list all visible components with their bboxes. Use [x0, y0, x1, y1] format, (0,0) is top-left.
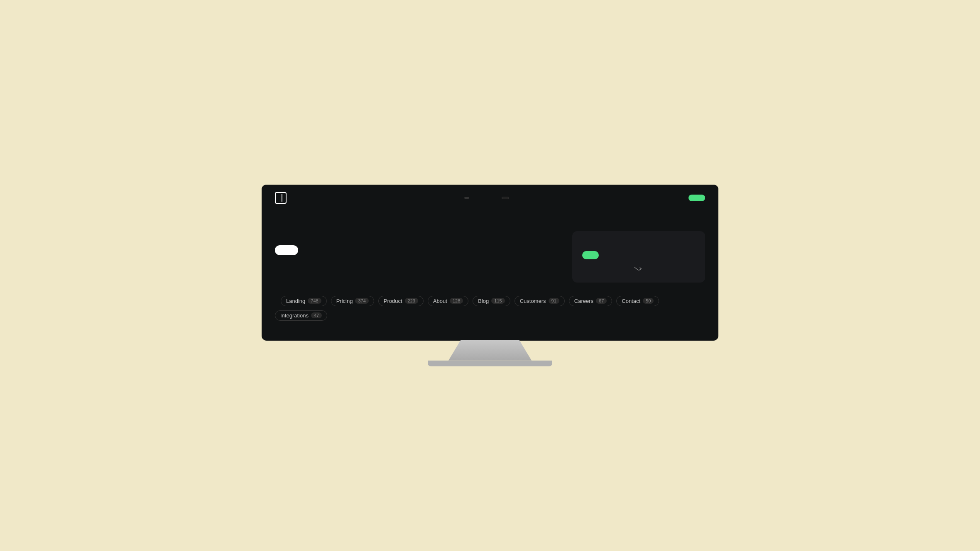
filter-name: About: [433, 298, 447, 304]
filter-chip-customers[interactable]: Customers91: [514, 296, 565, 306]
filter-chip-blog[interactable]: Blog115: [473, 296, 510, 306]
filter-count: 223: [405, 298, 418, 304]
logo-icon: [275, 192, 287, 204]
cards-grid: [262, 321, 718, 341]
nav-right: [680, 195, 705, 201]
filters-plus: [464, 197, 469, 199]
filter-chip-integrations[interactable]: Integrations47: [275, 310, 327, 321]
random-kbd: [502, 197, 509, 199]
filter-name: Product: [384, 298, 402, 304]
monitor-base: [428, 361, 552, 366]
filter-count: 115: [491, 298, 505, 304]
hero-left: [275, 231, 559, 283]
filter-name: Contact: [622, 298, 640, 304]
filter-chip-contact[interactable]: Contact50: [616, 296, 659, 306]
filter-count: 374: [355, 298, 368, 304]
find-expert-button[interactable]: [688, 195, 705, 201]
pages-section: Landing748Pricing374Product223About128Bl…: [262, 283, 718, 321]
filter-name: Pricing: [336, 298, 353, 304]
monitor-screen: Landing748Pricing374Product223About128Bl…: [262, 185, 718, 341]
filter-count: 47: [311, 312, 322, 318]
filter-count: 67: [596, 298, 607, 304]
filter-chip-careers[interactable]: Careers67: [569, 296, 612, 306]
main-content: [262, 211, 718, 283]
filter-count: 50: [643, 298, 654, 304]
side-card: [572, 231, 705, 283]
filter-name: Customers: [520, 298, 546, 304]
filter-name: Landing: [286, 298, 305, 304]
its-free: [582, 266, 695, 273]
filter-count: 748: [308, 298, 321, 304]
nav-random[interactable]: [496, 197, 509, 199]
filter-name: Careers: [574, 298, 593, 304]
filter-chip-pricing[interactable]: Pricing374: [331, 296, 374, 306]
filter-name: Blog: [478, 298, 489, 304]
nav-filters[interactable]: [462, 197, 469, 199]
filter-chip-landing[interactable]: Landing748: [281, 296, 327, 306]
filter-chip-product[interactable]: Product223: [378, 296, 424, 306]
monitor-stand: [448, 340, 532, 361]
arrow-icon: [634, 267, 642, 273]
logo-area: [275, 192, 291, 204]
filter-name: Integrations: [280, 312, 309, 319]
navbar: [262, 185, 718, 211]
nav-center: [291, 197, 680, 199]
subscribe-button[interactable]: [275, 245, 298, 255]
filter-chip-about[interactable]: About128: [428, 296, 468, 306]
filter-count: 128: [450, 298, 463, 304]
side-find-expert-button[interactable]: [582, 251, 599, 259]
filter-count: 91: [549, 298, 559, 304]
